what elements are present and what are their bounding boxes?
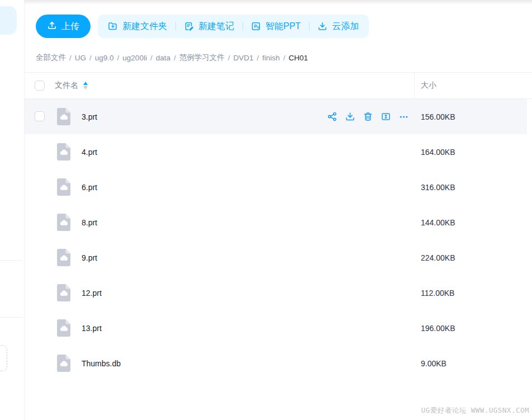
table-row[interactable]: 3.prt xyxy=(25,99,527,134)
file-size: 164.00KB xyxy=(421,134,455,169)
file-name[interactable]: 8.prt xyxy=(82,205,97,240)
breadcrumb-separator: / xyxy=(150,54,153,62)
table-header: 文件名 大小 xyxy=(25,72,532,99)
file-name[interactable]: 3.prt xyxy=(82,99,97,134)
size-column-header[interactable]: 大小 xyxy=(421,73,436,98)
table-row[interactable]: 9.prt xyxy=(25,240,527,275)
sidebar-storage-widget xyxy=(0,345,7,371)
toolbar: 上传 新建文件夹 新建笔记 P AI 智能PPT 云添加 xyxy=(36,15,369,38)
sidebar-active-item[interactable] xyxy=(0,6,17,35)
breadcrumb-item[interactable]: 全部文件 xyxy=(36,53,66,63)
toolbar-item-smart-ppt[interactable]: P AI 智能PPT xyxy=(243,21,309,32)
breadcrumb-separator: / xyxy=(117,54,120,62)
generic-file-icon xyxy=(57,178,70,198)
breadcrumb-separator: / xyxy=(89,54,92,62)
file-size: 316.00KB xyxy=(421,169,455,205)
delete-button[interactable] xyxy=(362,111,373,122)
table-row[interactable]: 4.prt xyxy=(25,134,527,169)
main-content: 上传 新建文件夹 新建笔记 P AI 智能PPT 云添加 全部文件/UG/ug9… xyxy=(25,0,532,420)
watermark-text: UG爱好者论坛 WWW.UGSNX.COM xyxy=(421,406,529,416)
row-checkbox[interactable] xyxy=(35,111,45,121)
table-row[interactable]: 6.prt xyxy=(25,169,527,205)
toolbar-action-group: 新建文件夹 新建笔记 P AI 智能PPT 云添加 xyxy=(98,15,369,38)
breadcrumb-item[interactable]: data xyxy=(156,54,170,62)
new-folder-icon xyxy=(108,21,118,31)
upload-icon xyxy=(47,20,57,32)
size-header-label: 大小 xyxy=(421,81,436,91)
generic-file-icon xyxy=(57,355,70,374)
table-row[interactable]: 13.prt xyxy=(25,310,527,346)
breadcrumb-item[interactable]: UG xyxy=(75,54,86,62)
file-name[interactable]: 6.prt xyxy=(82,169,97,205)
svg-text:AI: AI xyxy=(256,26,260,29)
breadcrumb-item[interactable]: 范例学习文件 xyxy=(179,53,225,63)
breadcrumb-separator: / xyxy=(174,54,176,62)
generic-file-icon xyxy=(57,284,70,304)
breadcrumb-separator: / xyxy=(228,54,230,62)
toolbar-item-label: 云添加 xyxy=(332,21,359,32)
breadcrumb-item[interactable]: DVD1 xyxy=(233,54,253,62)
share-button[interactable] xyxy=(326,111,338,122)
cloud-add-icon xyxy=(317,21,327,31)
file-size: 156.00KB xyxy=(421,99,455,134)
row-action-buttons xyxy=(326,99,409,134)
toolbar-item-label: 新建文件夹 xyxy=(122,21,167,32)
sort-descending-icon xyxy=(83,86,88,89)
generic-file-icon xyxy=(57,143,70,163)
sort-toggle-icon[interactable] xyxy=(83,82,88,89)
file-size: 196.00KB xyxy=(421,310,455,346)
file-size: 224.00KB xyxy=(421,240,455,275)
generic-file-icon xyxy=(57,249,70,268)
more-actions-button[interactable] xyxy=(398,111,409,122)
upload-button[interactable]: 上传 xyxy=(36,15,91,38)
sort-ascending-icon xyxy=(83,82,88,85)
generic-file-icon xyxy=(57,214,70,233)
breadcrumb-item: CH01 xyxy=(289,54,308,62)
generic-file-icon xyxy=(57,319,70,339)
file-name[interactable]: Thumbs.db xyxy=(82,346,121,381)
smart-ppt-icon: P AI xyxy=(251,21,261,31)
toolbar-item-cloud-add[interactable]: 云添加 xyxy=(309,21,367,32)
upload-button-label: 上传 xyxy=(61,21,79,32)
table-row[interactable]: 12.prt xyxy=(25,275,527,310)
file-size: 144.00KB xyxy=(421,205,455,240)
toolbar-item-new-note[interactable]: 新建笔记 xyxy=(175,21,243,32)
file-size: 112.00KB xyxy=(421,275,454,310)
sidebar-divider xyxy=(0,260,22,261)
generic-file-icon xyxy=(57,108,70,128)
breadcrumb-separator: / xyxy=(256,54,259,62)
rename-button[interactable] xyxy=(380,111,391,122)
file-name[interactable]: 12.prt xyxy=(82,275,102,310)
toolbar-item-label: 新建笔记 xyxy=(198,21,234,32)
breadcrumb-item[interactable]: finish xyxy=(262,54,280,62)
table-row[interactable]: 8.prt xyxy=(25,205,527,240)
download-button[interactable] xyxy=(344,111,355,122)
select-all-checkbox[interactable] xyxy=(35,81,45,91)
new-note-icon xyxy=(184,21,194,31)
toolbar-item-new-folder[interactable]: 新建文件夹 xyxy=(99,21,175,32)
breadcrumb-item[interactable]: ug200li xyxy=(122,54,147,62)
table-row[interactable]: Thumbs.db xyxy=(25,346,527,381)
sidebar-divider xyxy=(0,317,22,318)
file-name[interactable]: 9.prt xyxy=(82,240,97,275)
file-name[interactable]: 4.prt xyxy=(82,134,97,169)
top-shadow xyxy=(25,0,532,5)
filename-header-label: 文件名 xyxy=(55,81,78,91)
breadcrumb-item[interactable]: ug9.0 xyxy=(95,54,114,62)
breadcrumb: 全部文件/UG/ug9.0/ug200li/data/范例学习文件/DVD1/f… xyxy=(36,53,308,63)
filename-column-header[interactable]: 文件名 xyxy=(55,73,88,98)
column-divider[interactable] xyxy=(414,73,415,98)
file-size: 9.00KB xyxy=(421,346,446,381)
breadcrumb-separator: / xyxy=(69,54,72,62)
file-name[interactable]: 13.prt xyxy=(82,310,102,346)
toolbar-item-label: 智能PPT xyxy=(265,21,301,32)
breadcrumb-separator: / xyxy=(283,54,286,62)
sidebar xyxy=(0,0,25,420)
file-list: 3.prt xyxy=(25,99,527,381)
